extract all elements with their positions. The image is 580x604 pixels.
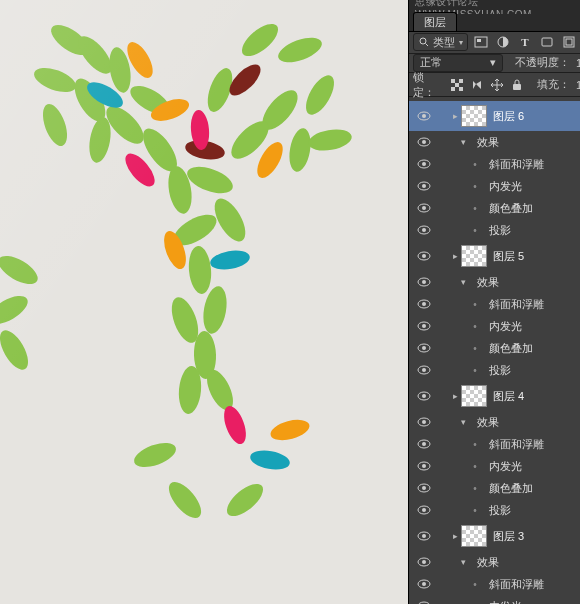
effect-item[interactable]: 颜色叠加: [489, 341, 533, 356]
visibility-toggle[interactable]: [413, 111, 435, 121]
fill-value[interactable]: 10: [576, 79, 580, 91]
visibility-toggle[interactable]: [413, 203, 435, 213]
visibility-toggle[interactable]: [413, 365, 435, 375]
layer-tree[interactable]: ▸图层 6▾效果•斜面和浮雕•内发光•颜色叠加•投影▸图层 5▾效果•斜面和浮雕…: [409, 97, 580, 604]
visibility-toggle[interactable]: [413, 299, 435, 309]
effect-item[interactable]: 内发光: [489, 179, 522, 194]
opacity-value[interactable]: 10: [576, 57, 580, 69]
document-canvas[interactable]: [0, 0, 408, 604]
layer-thumbnail[interactable]: [461, 525, 487, 547]
effect-sub-row[interactable]: •斜面和浮雕: [409, 573, 580, 595]
layer-thumbnail[interactable]: [461, 385, 487, 407]
effect-sub-row[interactable]: •斜面和浮雕: [409, 433, 580, 455]
fx-bullet-icon: •: [469, 439, 481, 450]
filter-adjust-icon[interactable]: [494, 33, 512, 51]
filter-smart-icon[interactable]: [560, 33, 578, 51]
layer-name[interactable]: 图层 4: [493, 389, 580, 404]
effect-item[interactable]: 投影: [489, 363, 511, 378]
visibility-toggle[interactable]: [413, 137, 435, 147]
visibility-toggle[interactable]: [413, 225, 435, 235]
layer-row[interactable]: ▸图层 5: [409, 241, 580, 271]
visibility-toggle[interactable]: [413, 391, 435, 401]
layer-thumbnail[interactable]: [461, 105, 487, 127]
disclosure-triangle-icon[interactable]: ▸: [449, 111, 461, 121]
effect-item[interactable]: 内发光: [489, 459, 522, 474]
disclosure-triangle-icon[interactable]: ▾: [457, 277, 469, 287]
effect-sub-row[interactable]: •内发光: [409, 455, 580, 477]
visibility-toggle[interactable]: [413, 531, 435, 541]
effect-item[interactable]: 内发光: [489, 599, 522, 604]
visibility-toggle[interactable]: [413, 417, 435, 427]
chevron-down-icon: ▾: [459, 38, 463, 47]
disclosure-triangle-icon[interactable]: ▾: [457, 557, 469, 567]
visibility-toggle[interactable]: [413, 461, 435, 471]
filter-shape-icon[interactable]: [538, 33, 556, 51]
layer-row[interactable]: ▸图层 3: [409, 521, 580, 551]
effects-row[interactable]: ▾效果: [409, 271, 580, 293]
effect-sub-row[interactable]: •投影: [409, 359, 580, 381]
effects-row[interactable]: ▾效果: [409, 551, 580, 573]
effect-sub-row[interactable]: •颜色叠加: [409, 197, 580, 219]
lock-transparency-icon[interactable]: [449, 77, 465, 93]
effects-label[interactable]: 效果: [477, 415, 499, 430]
layer-thumbnail[interactable]: [461, 245, 487, 267]
visibility-toggle[interactable]: [413, 251, 435, 261]
effect-sub-row[interactable]: •投影: [409, 499, 580, 521]
visibility-toggle[interactable]: [413, 321, 435, 331]
effect-item[interactable]: 投影: [489, 223, 511, 238]
svg-rect-51: [477, 39, 481, 42]
layer-filter-type-select[interactable]: 类型 ▾: [413, 33, 468, 51]
filter-pixel-icon[interactable]: [472, 33, 490, 51]
layer-row[interactable]: ▸图层 4: [409, 381, 580, 411]
layer-row[interactable]: ▸图层 6: [409, 101, 580, 131]
effect-item[interactable]: 颜色叠加: [489, 481, 533, 496]
svg-point-72: [422, 206, 426, 210]
tab-layers[interactable]: 图层: [413, 12, 457, 31]
lock-image-icon[interactable]: [469, 77, 485, 93]
visibility-toggle[interactable]: [413, 277, 435, 287]
visibility-toggle[interactable]: [413, 343, 435, 353]
svg-point-100: [422, 534, 426, 538]
disclosure-triangle-icon[interactable]: ▸: [449, 531, 461, 541]
effect-sub-row[interactable]: •斜面和浮雕: [409, 153, 580, 175]
effect-item[interactable]: 斜面和浮雕: [489, 297, 544, 312]
effect-item[interactable]: 斜面和浮雕: [489, 577, 544, 592]
layer-name[interactable]: 图层 5: [493, 249, 580, 264]
effect-item[interactable]: 内发光: [489, 319, 522, 334]
effect-item[interactable]: 投影: [489, 503, 511, 518]
visibility-toggle[interactable]: [413, 505, 435, 515]
visibility-toggle[interactable]: [413, 579, 435, 589]
effect-sub-row[interactable]: •内发光: [409, 595, 580, 604]
svg-point-78: [422, 280, 426, 284]
fx-bullet-icon: •: [469, 299, 481, 310]
lock-position-icon[interactable]: [489, 77, 505, 93]
effect-sub-row[interactable]: •内发光: [409, 175, 580, 197]
effect-item[interactable]: 斜面和浮雕: [489, 157, 544, 172]
layer-name[interactable]: 图层 3: [493, 529, 580, 544]
layer-name[interactable]: 图层 6: [493, 109, 580, 124]
disclosure-triangle-icon[interactable]: ▾: [457, 417, 469, 427]
effect-item[interactable]: 斜面和浮雕: [489, 437, 544, 452]
visibility-toggle[interactable]: [413, 159, 435, 169]
effect-item[interactable]: 颜色叠加: [489, 201, 533, 216]
svg-point-90: [422, 420, 426, 424]
visibility-toggle[interactable]: [413, 439, 435, 449]
disclosure-triangle-icon[interactable]: ▾: [457, 137, 469, 147]
visibility-toggle[interactable]: [413, 181, 435, 191]
filter-type-icon[interactable]: T: [516, 33, 534, 51]
effects-label[interactable]: 效果: [477, 555, 499, 570]
effect-sub-row[interactable]: •颜色叠加: [409, 477, 580, 499]
effect-sub-row[interactable]: •内发光: [409, 315, 580, 337]
visibility-toggle[interactable]: [413, 483, 435, 493]
disclosure-triangle-icon[interactable]: ▸: [449, 251, 461, 261]
effects-label[interactable]: 效果: [477, 135, 499, 150]
effect-sub-row[interactable]: •投影: [409, 219, 580, 241]
effects-label[interactable]: 效果: [477, 275, 499, 290]
effects-row[interactable]: ▾效果: [409, 411, 580, 433]
lock-all-icon[interactable]: [509, 77, 525, 93]
disclosure-triangle-icon[interactable]: ▸: [449, 391, 461, 401]
visibility-toggle[interactable]: [413, 557, 435, 567]
effects-row[interactable]: ▾效果: [409, 131, 580, 153]
effect-sub-row[interactable]: •斜面和浮雕: [409, 293, 580, 315]
effect-sub-row[interactable]: •颜色叠加: [409, 337, 580, 359]
